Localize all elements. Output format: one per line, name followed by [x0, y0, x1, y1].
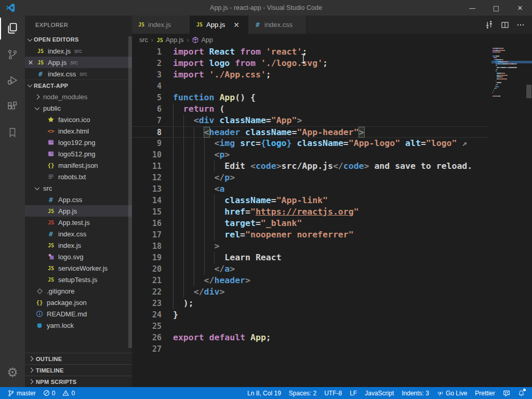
file-favicon.ico[interactable]: favicon.ico [25, 114, 132, 125]
file-logo.svg[interactable]: logo.svg [25, 251, 132, 262]
file-.gitignore[interactable]: .gitignore [25, 285, 132, 297]
code-line-17[interactable]: 17rel="noopener noreferrer" [132, 229, 488, 241]
file-manifest.json[interactable]: {}manifest.json [25, 159, 132, 171]
code-line-2[interactable]: 2import logo from './logo.svg'; [132, 58, 488, 69]
file-README.md[interactable]: README.md [25, 308, 132, 320]
code-line-12[interactable]: 12</p> [132, 172, 488, 183]
file-index.js[interactable]: JSindex.js [25, 240, 132, 251]
file-index.css[interactable]: #index.css [25, 228, 132, 240]
file-index.html[interactable]: <>index.html [25, 125, 132, 137]
close-button[interactable]: ✕ [508, 0, 532, 16]
breadcrumb-item-App.js[interactable]: JSApp.js [156, 36, 184, 44]
panel-outline[interactable]: OUTLINE [25, 353, 132, 364]
line-number: 19 [132, 252, 162, 263]
file-serviceWorker.js[interactable]: JSserviceWorker.js [25, 262, 132, 274]
file-logo192.png[interactable]: logo192.png [25, 137, 132, 148]
status-spaces-2[interactable]: Spaces: 2 [287, 387, 318, 399]
breadcrumb-item-App[interactable]: App [192, 36, 212, 44]
status-ln-8-col-19[interactable]: Ln 8, Col 19 [245, 387, 283, 399]
code-line-20[interactable]: 20</a> [132, 263, 488, 275]
code-line-21[interactable]: 21</header> [132, 275, 488, 286]
close-tab-icon[interactable]: ✕ [232, 21, 241, 29]
minimize-button[interactable]: — [460, 0, 484, 16]
code-line-23[interactable]: 23); [132, 298, 488, 309]
file-App.test.js[interactable]: JSApp.test.js [25, 217, 132, 228]
open-editor-App.js[interactable]: ✕JSApp.jssrc [25, 57, 132, 68]
code-line-15[interactable]: 15href="https://reactjs.org" [132, 206, 488, 218]
activitybar-extensions[interactable] [0, 94, 25, 119]
activitybar-bookmarks[interactable] [0, 119, 25, 145]
file-robots.txt[interactable]: robots.txt [25, 171, 132, 182]
status-feedback[interactable] [501, 387, 512, 399]
code-line-24[interactable]: 24} [132, 309, 488, 321]
more-actions-icon[interactable] [516, 21, 525, 29]
code-line-13[interactable]: 13<a [132, 183, 488, 195]
panel-timeline[interactable]: TIMELINE [25, 364, 132, 376]
file-App.css[interactable]: #App.css [25, 194, 132, 205]
status-go-live[interactable]: Go Live [435, 387, 469, 399]
folder-src[interactable]: src [25, 182, 132, 194]
info-icon [35, 310, 44, 318]
status-utf-8[interactable]: UTF-8 [322, 387, 344, 399]
code-line-25[interactable]: 25 [132, 321, 488, 332]
minimap[interactable] [493, 46, 526, 100]
status-bell[interactable] [516, 387, 527, 399]
tab-index.js[interactable]: JSindex.js [132, 16, 190, 34]
code-line-16[interactable]: 16target="_blank" [132, 218, 488, 229]
status-0[interactable]: 0 [60, 387, 77, 399]
line-content: <img src={logo} className="App-logo" alt… [162, 138, 467, 149]
open-editor-index.css[interactable]: #index.csssrc [25, 68, 132, 79]
folder-public[interactable]: public [25, 102, 132, 114]
code-editor[interactable]: 1import React from 'react';2import logo … [132, 46, 532, 387]
file-package.json[interactable]: {}package.json [25, 297, 132, 308]
open-editor-index.js[interactable]: JSindex.jssrc [25, 45, 132, 57]
indent-guide [204, 183, 215, 195]
code-line-6[interactable]: 6return ( [132, 103, 488, 115]
code-line-18[interactable]: 18> [132, 241, 488, 252]
maximize-button[interactable]: □ [484, 0, 508, 16]
activitybar-explorer[interactable] [0, 16, 25, 42]
tab-index.css[interactable]: #index.css [248, 16, 307, 34]
open-editors-header[interactable]: OPEN EDITORS [25, 34, 132, 45]
breadcrumb: src›JSApp.js›App [132, 34, 532, 46]
indent-guide [204, 263, 215, 275]
code-line-5[interactable]: 5function App() { [132, 92, 488, 103]
file-App.js[interactable]: JSApp.js [25, 205, 132, 217]
file-logo512.png[interactable]: logo512.png [25, 148, 132, 159]
folder-node_modules[interactable]: node_modules [25, 91, 132, 102]
file-setupTests.js[interactable]: JSsetupTests.js [25, 274, 132, 285]
close-editor-icon[interactable]: ✕ [25, 59, 36, 66]
code-line-3[interactable]: 3import './App.css'; [132, 69, 488, 81]
project-section-header[interactable]: REACT-APP [25, 79, 132, 91]
status-0[interactable]: 0 [41, 387, 58, 399]
code-line-8[interactable]: 8<header className="App-header"> [132, 126, 488, 138]
activitybar-source-control[interactable] [0, 42, 25, 68]
split-editor-icon[interactable] [501, 21, 509, 29]
code-line-22[interactable]: 22</div> [132, 286, 488, 298]
editor-scrollbar[interactable] [526, 85, 531, 98]
code-line-26[interactable]: 26export default App; [132, 332, 488, 343]
status-lf[interactable]: LF [348, 387, 359, 399]
manage-gear-button[interactable]: ⚙ [0, 361, 25, 384]
status-master[interactable]: master [5, 387, 38, 399]
code-line-11[interactable]: 11Edit <code>src/App.js</code> and save … [132, 161, 488, 172]
code-line-14[interactable]: 14className="App-link" [132, 195, 488, 206]
code-line-7[interactable]: 7<div className="App"> [132, 115, 488, 126]
activitybar-run-debug[interactable] [0, 68, 25, 94]
minimap-line [493, 88, 526, 89]
compare-changes-icon[interactable] [485, 20, 494, 29]
panel-npm-scripts[interactable]: NPM SCRIPTS [25, 376, 132, 387]
code-line-9[interactable]: 9<img src={logo} className="App-logo" al… [132, 138, 488, 149]
status-javascript[interactable]: JavaScript [363, 387, 396, 399]
tab-App.js[interactable]: JSApp.js✕ [190, 16, 248, 34]
code-line-19[interactable]: 19Learn React [132, 252, 488, 263]
sidebar-scrollbar[interactable] [128, 36, 132, 348]
status-indents-3[interactable]: Indents: 3 [400, 387, 431, 399]
code-line-1[interactable]: 1import React from 'react'; [132, 46, 488, 58]
file-yarn.lock[interactable]: yarn.lock [25, 320, 132, 331]
code-line-10[interactable]: 10<p> [132, 149, 488, 161]
code-line-4[interactable]: 4 [132, 81, 488, 92]
breadcrumb-item-src[interactable]: src [139, 36, 148, 44]
status-prettier[interactable]: Prettier [473, 387, 497, 399]
code-line-27[interactable]: 27 [132, 343, 488, 355]
